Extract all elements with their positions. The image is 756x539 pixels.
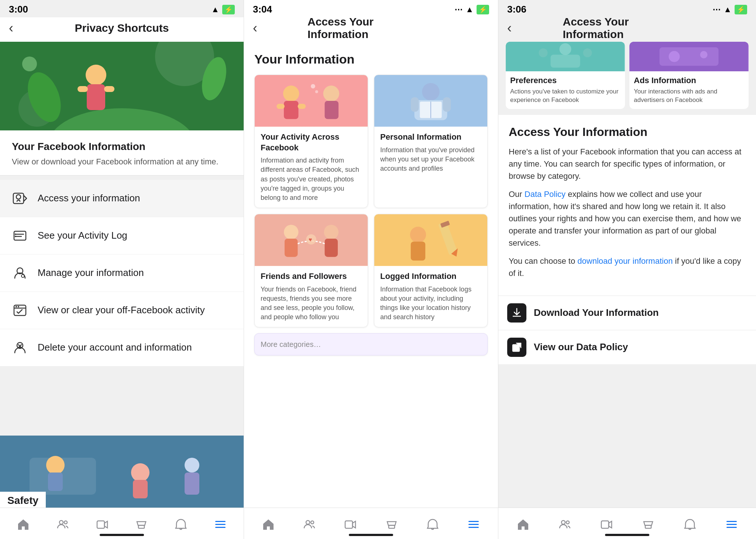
home-indicator-2 (349, 534, 393, 536)
svg-point-43 (283, 86, 299, 102)
svg-rect-75 (468, 521, 479, 522)
tab-friends-1[interactable] (56, 518, 69, 531)
back-button-2[interactable]: ‹ (253, 20, 257, 36)
tab-marketplace-3[interactable] (642, 518, 655, 531)
svg-point-33 (185, 458, 199, 473)
tab-video-1[interactable] (96, 518, 109, 531)
svg-point-17 (15, 236, 16, 237)
tab-menu-1[interactable] (214, 518, 227, 531)
menu-item-off-facebook[interactable]: View or clear your off-Facebook activity (0, 292, 244, 329)
svg-rect-42 (255, 75, 368, 126)
svg-rect-76 (468, 524, 479, 525)
tab-marketplace-1[interactable] (135, 518, 148, 531)
status-icons-2: ⋯ ▲ ⚡ (454, 5, 489, 14)
tile-body-ads: Ads Information Your interactions with a… (629, 71, 749, 109)
menu-item-label-off-facebook: View or clear your off-Facebook activity (38, 304, 205, 317)
wifi-icon: ▲ (211, 5, 219, 14)
svg-rect-34 (185, 473, 199, 495)
tab-menu-2[interactable] (467, 518, 480, 531)
p2-section-title: Your Information (254, 52, 488, 66)
svg-point-49 (311, 84, 315, 89)
home-indicator-1 (100, 534, 144, 536)
tab-notifications-2[interactable] (426, 518, 439, 531)
menu-item-activity[interactable]: See your Activity Log (0, 217, 244, 255)
tile-title-logged: Logged Information (380, 271, 481, 282)
tab-home-2[interactable] (262, 518, 275, 531)
page-title-2: Access Your Information (307, 16, 434, 41)
tab-friends-3[interactable] (558, 518, 571, 531)
page-title-1: Privacy Shortcuts (75, 22, 169, 34)
tile-personal[interactable]: Personal Information Information that yo… (374, 75, 488, 208)
tile-preferences[interactable]: Preferences Actions you've taken to cust… (506, 42, 625, 109)
tile-title-friends: Friends and Followers (261, 271, 362, 282)
p3-para3: You can choose to download your informat… (509, 255, 746, 279)
tab-home-1[interactable] (17, 518, 30, 531)
battery-icon-2: ⚡ (477, 5, 489, 14)
svg-rect-65 (374, 215, 487, 266)
svg-point-86 (700, 51, 708, 58)
tab-home-3[interactable] (516, 518, 530, 531)
svg-rect-93 (726, 524, 737, 525)
svg-point-10 (22, 57, 37, 71)
svg-point-12 (16, 195, 21, 199)
tile-image-logged (374, 214, 487, 266)
svg-rect-13 (14, 231, 26, 240)
menu-item-delete[interactable]: Delete your account and information (0, 329, 244, 366)
data-policy-link[interactable]: Data Policy (525, 190, 566, 199)
tab-video-3[interactable] (600, 518, 613, 531)
tab-friends-2[interactable] (303, 518, 316, 531)
svg-point-89 (566, 521, 569, 524)
tile-body-preferences: Preferences Actions you've taken to cust… (506, 71, 625, 109)
svg-point-72 (311, 521, 314, 524)
tile-friends[interactable]: ♥ Friends and Followers Your friends on … (254, 214, 368, 327)
tile-img-preferences (506, 42, 625, 71)
manage-icon (10, 263, 30, 283)
tile-activity-across[interactable]: Your Activity Across Facebook Informatio… (254, 75, 368, 208)
tab-marketplace-2[interactable] (385, 518, 398, 531)
tab-notifications-1[interactable] (174, 518, 188, 531)
svg-rect-77 (468, 527, 479, 528)
menu-item-access[interactable]: Access your information (0, 180, 244, 217)
p3-para2-prefix: Our (509, 190, 525, 199)
action-download[interactable]: Download Your Information (498, 296, 756, 330)
svg-rect-74 (389, 525, 395, 528)
activity-icon (10, 226, 30, 245)
action-data-policy[interactable]: View our Data Policy (498, 330, 756, 364)
back-button-1[interactable]: ‹ (9, 20, 13, 36)
svg-rect-54 (411, 97, 419, 112)
svg-point-61 (324, 225, 339, 239)
svg-point-88 (561, 521, 565, 524)
tile-ads[interactable]: Ads Information Your interactions with a… (629, 42, 749, 109)
svg-rect-48 (325, 101, 339, 119)
tab-video-2[interactable] (344, 518, 357, 531)
tab-notifications-3[interactable] (683, 518, 697, 531)
external-icon (507, 338, 526, 357)
battery-icon: ⚡ (222, 5, 235, 14)
p3-content: Preferences Actions you've taken to cust… (498, 42, 756, 539)
status-icons-1: ▲ ⚡ (211, 5, 235, 14)
info-card-title-1: Your Facebook Information (12, 141, 232, 153)
p3-tile-title-preferences: Preferences (510, 76, 621, 85)
svg-point-31 (131, 463, 150, 482)
tile-logged[interactable]: Logged Information Information that Face… (374, 214, 488, 327)
back-button-3[interactable]: ‹ (507, 20, 512, 36)
tile-more[interactable]: More categories… (254, 333, 488, 355)
wifi-icon-3: ▲ (724, 5, 732, 14)
page-title-3: Access Your Information (563, 16, 692, 41)
svg-point-19 (21, 274, 24, 277)
menu-item-manage[interactable]: Manage your information (0, 255, 244, 292)
p3-tile-desc-preferences: Actions you've taken to customize your e… (510, 88, 621, 105)
p3-text-title: Access Your Information (509, 125, 746, 139)
tile-body-logged: Logged Information Information that Face… (374, 266, 487, 327)
svg-rect-37 (97, 521, 104, 528)
svg-rect-55 (443, 97, 451, 112)
svg-rect-44 (284, 101, 298, 119)
svg-text:♥: ♥ (309, 236, 312, 243)
svg-rect-32 (133, 480, 148, 498)
download-info-link[interactable]: download your information (577, 256, 673, 266)
svg-rect-90 (601, 521, 609, 528)
tab-menu-3[interactable] (725, 518, 738, 531)
p3-para2: Our Data Policy explains how we collect … (509, 188, 746, 249)
tile-desc-logged: Information that Facebook logs about you… (380, 285, 481, 322)
tile-desc-activity: Information and activity from different … (261, 156, 362, 202)
